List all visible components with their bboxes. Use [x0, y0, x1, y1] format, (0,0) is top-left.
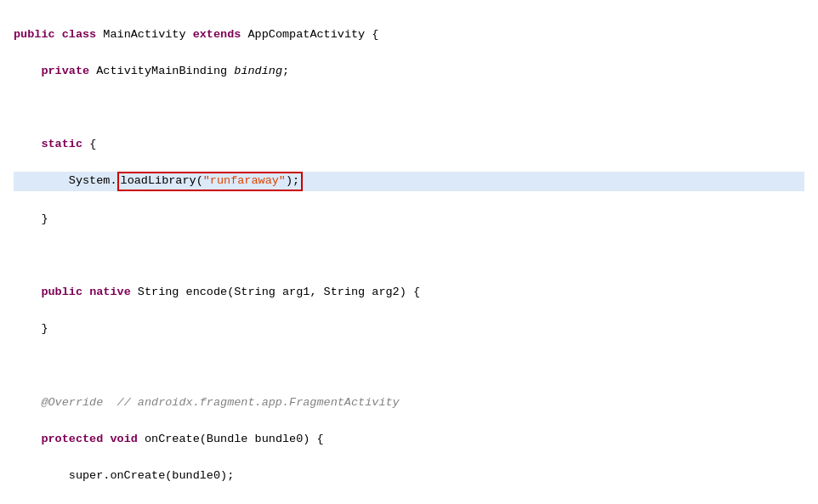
code-line-2: private ActivityMainBinding binding;	[14, 62, 804, 81]
code-line-9: }	[14, 320, 804, 338]
code-line-13: super.onCreate(bundle0);	[14, 467, 804, 485]
code-line-6: }	[14, 210, 804, 229]
code-line-11: @Override // androidx.fragment.app.Fragm…	[14, 394, 804, 412]
code-line-3	[14, 99, 804, 117]
code-line-5: System.loadLibrary("runfaraway");	[14, 172, 804, 191]
code-line-8: public native String encode(String arg1,…	[14, 283, 804, 302]
code-line-10	[14, 357, 804, 376]
code-line-12: protected void onCreate(Bundle bundle0) …	[14, 430, 804, 449]
code-viewer: public class MainActivity extends AppCom…	[0, 0, 818, 504]
code-line-1: public class MainActivity extends AppCom…	[14, 25, 804, 44]
code-line-4: static {	[14, 135, 804, 154]
code-line-7	[14, 246, 804, 265]
